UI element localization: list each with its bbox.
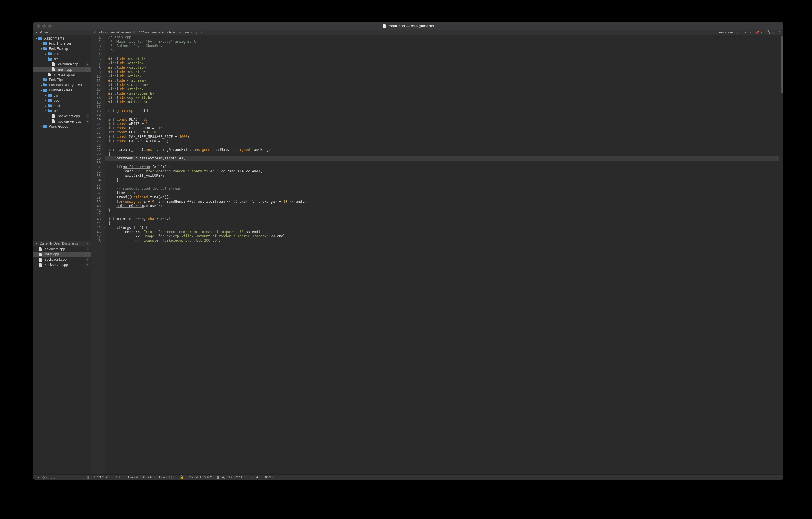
chevron-icon: ▸: [39, 84, 43, 86]
folder-icon: [48, 109, 52, 113]
tree-folder[interactable]: ▾src: [33, 57, 91, 62]
file-icon: [52, 114, 57, 118]
project-tree[interactable]: ▾Assignments▸Find The Bison▾Fork Execvp▸…: [33, 35, 91, 241]
tree-folder[interactable]: ▾Number Guess: [33, 88, 91, 93]
tree-folder[interactable]: ▾src: [33, 108, 91, 114]
open-doc-item[interactable]: sockserver.cpp✕: [33, 262, 91, 267]
minimize-window-button[interactable]: [42, 24, 46, 28]
close-icon[interactable]: ✕: [85, 247, 89, 251]
open-doc-item[interactable]: calculate.cpp✕: [33, 247, 91, 252]
chevron-icon: ▾: [44, 58, 48, 61]
chevron-icon: ▸: [39, 125, 43, 128]
zoom-level[interactable]: 100%◇: [263, 475, 274, 479]
tree-file[interactable]: forkexecvp.txt: [33, 72, 91, 77]
tree-folder[interactable]: ▸Fun With Binary Files: [33, 83, 91, 88]
copy-icon[interactable]: ▚: [767, 31, 771, 34]
chevron-icon: ▸: [44, 53, 48, 55]
tree-folder[interactable]: ▸bin: [33, 93, 91, 98]
chevron-icon: ▾: [39, 89, 43, 92]
chevron-down-icon[interactable]: ▾: [85, 242, 89, 245]
symbol-selector[interactable]: create_rand: [718, 31, 735, 34]
tree-item-label: Fork Execvp: [49, 47, 68, 51]
code-area[interactable]: /* main.cpp * Main file for "Fork Execvp…: [105, 35, 779, 474]
tree-folder[interactable]: ▾Assignments: [33, 36, 91, 41]
chevron-icon: ▸: [44, 94, 48, 97]
tree-item-label: doc: [53, 52, 59, 56]
encoding-selector[interactable]: Unicode (UTF-8)◇: [128, 475, 154, 479]
new-doc-icon[interactable]: ▯: [778, 31, 782, 34]
file-icon: [39, 247, 44, 251]
project-panel-header[interactable]: ▾ Project: [33, 30, 91, 35]
chevron-icon: ▾: [39, 47, 43, 50]
lock-icon[interactable]: 🔓: [180, 475, 184, 479]
gear-icon[interactable]: ✲: [92, 31, 96, 34]
cursor-position[interactable]: L: 29 C: 25: [94, 475, 109, 479]
tree-item-label: bin: [53, 93, 58, 97]
open-docs-list[interactable]: calculate.cpp✕main.cpp✕sockclient.cpp✕so…: [33, 246, 91, 269]
close-icon[interactable]: ✕: [85, 119, 89, 123]
path-stepper-icon[interactable]: ◇: [200, 31, 201, 34]
tree-item-label: Find The Bison: [49, 41, 72, 46]
close-icon[interactable]: ✕: [85, 67, 89, 71]
tree-folder[interactable]: ▸doc: [33, 51, 91, 57]
close-window-button[interactable]: [37, 24, 40, 28]
symbol-stepper-icon[interactable]: ◇: [736, 31, 737, 34]
file-icon: [39, 263, 44, 267]
dot-icon[interactable]: ●: [743, 31, 747, 34]
tree-folder[interactable]: ▸Fork Pipe: [33, 77, 91, 83]
tree-item-label: src: [53, 109, 58, 113]
chevron-down-icon: ▾: [35, 31, 38, 34]
zoom-window-button[interactable]: [48, 24, 52, 28]
tree-file[interactable]: sockserver.cpp✕: [33, 119, 91, 124]
tree-item-label: Number Guess: [49, 88, 72, 92]
file-icon: [52, 119, 57, 123]
folder-icon: [48, 57, 52, 61]
line-ending-selector[interactable]: Unix (LF)◇: [159, 475, 174, 479]
tree-item-label: Assignments: [44, 36, 64, 40]
open-doc-item[interactable]: main.cpp✕: [33, 252, 91, 257]
line-gutter[interactable]: 1234567891011121314151617181920212223242…: [91, 35, 105, 474]
tree-item-label: doc: [53, 98, 59, 103]
doc-stats[interactable]: ▯ 4,901 / 502 / 181: [217, 475, 246, 479]
tree-folder[interactable]: ▸Word Guess: [33, 124, 91, 129]
file-icon: [39, 252, 44, 256]
recent-button[interactable]: ◷ ▾: [42, 475, 48, 479]
close-icon[interactable]: ✕: [85, 263, 89, 267]
language-selector[interactable]: C++◇: [114, 475, 123, 479]
close-icon[interactable]: ✕: [85, 62, 89, 66]
open-doc-label: sockserver.cpp: [45, 263, 68, 267]
document-icon: ▯: [217, 475, 219, 479]
add-button[interactable]: + ▾: [35, 475, 39, 479]
tree-item-label: src: [53, 57, 58, 61]
tree-file[interactable]: main.cpp✕: [33, 67, 91, 72]
focus-button[interactable]: ▭: [59, 475, 61, 479]
collapse-icon[interactable]: |||: [87, 476, 89, 479]
search-count[interactable]: ⌕ 4: [251, 475, 258, 479]
filter-button[interactable]: ⌕ ▾: [51, 476, 56, 479]
tree-folder[interactable]: ▾Fork Execvp: [33, 46, 91, 51]
tree-folder[interactable]: ▸doc: [33, 98, 91, 103]
tree-item-label: main.cpp: [58, 67, 72, 71]
tree-file[interactable]: calculate.cpp✕: [33, 62, 91, 67]
close-icon[interactable]: ✕: [85, 258, 89, 261]
saved-status: Saved: 10:53:02: [189, 475, 212, 479]
vertical-scrollbar[interactable]: [779, 35, 783, 474]
scrollbar-thumb[interactable]: [781, 36, 783, 93]
pin-icon[interactable]: 📌: [755, 31, 759, 34]
chevron-icon: ▾: [44, 110, 48, 112]
open-docs-header[interactable]: ▾ Currently Open Documents ▾: [33, 241, 91, 246]
pathbar[interactable]: ✲ ~/Documents/Classes/CS3377/Assignments…: [91, 30, 783, 35]
document-icon: [383, 24, 387, 28]
file-path[interactable]: ~/Documents/Classes/CS3377/Assignments/F…: [98, 31, 198, 34]
open-doc-item[interactable]: sockclient.cpp✕: [33, 257, 91, 262]
tree-item-label: Fun With Binary Files: [49, 83, 82, 87]
search-icon: ⌕: [251, 475, 253, 479]
close-icon[interactable]: ✕: [85, 114, 89, 118]
close-icon[interactable]: ✕: [85, 252, 89, 256]
tree-file[interactable]: sockclient.cpp✕: [33, 114, 91, 119]
tree-folder[interactable]: ▸Find The Bison: [33, 41, 91, 46]
chevron-icon: ▸: [44, 99, 48, 102]
folder-icon: [48, 104, 52, 108]
editor[interactable]: 1234567891011121314151617181920212223242…: [91, 35, 783, 474]
tree-folder[interactable]: ▸med: [33, 103, 91, 108]
